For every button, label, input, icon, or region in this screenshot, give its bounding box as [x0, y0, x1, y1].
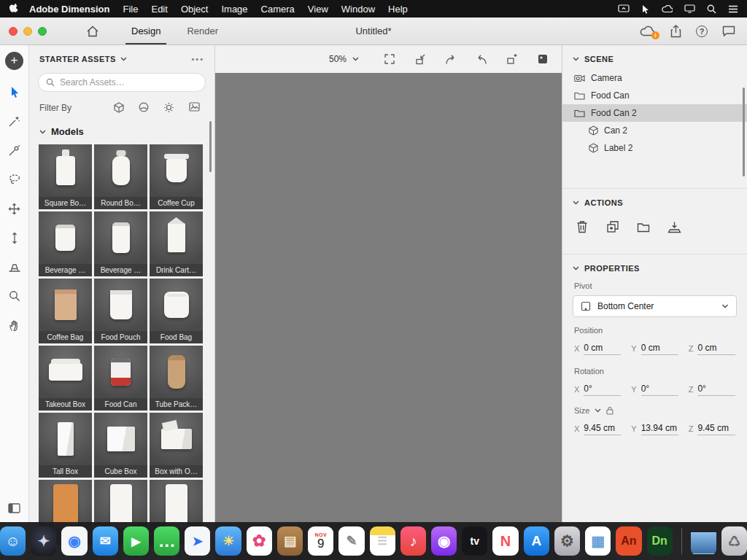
apple-menu-icon[interactable]: [9, 4, 18, 15]
menu-edit[interactable]: Edit: [144, 4, 174, 15]
menu-object[interactable]: Object: [174, 4, 215, 15]
model-tile[interactable]: Takeout Box: [39, 346, 92, 411]
scene-item-food-can[interactable]: Food Can: [562, 87, 747, 104]
cloud-sync-icon[interactable]: !: [640, 26, 656, 36]
close-window-button[interactable]: [9, 27, 18, 36]
model-tile[interactable]: Food Pouch: [94, 279, 147, 343]
help-icon[interactable]: ?: [696, 26, 708, 37]
share-forward-icon[interactable]: [441, 49, 461, 69]
menu-window[interactable]: Window: [335, 4, 382, 15]
menu-image[interactable]: Image: [214, 4, 254, 15]
home-icon[interactable]: [82, 21, 104, 42]
delete-icon[interactable]: [574, 219, 590, 235]
scene-item-food-can-2[interactable]: Food Can 2: [562, 104, 747, 122]
lock-icon[interactable]: [606, 406, 614, 415]
dock-icon-notes[interactable]: ☰: [370, 526, 395, 556]
pan-tool[interactable]: [3, 314, 26, 337]
model-tile[interactable]: Round Bo…: [94, 144, 147, 209]
filter-materials-icon[interactable]: [139, 102, 149, 113]
dock-icon-messages[interactable]: …: [154, 526, 179, 556]
assets-more-menu[interactable]: •••: [191, 55, 204, 63]
model-tile[interactable]: Coffee Bag: [39, 279, 92, 343]
model-tile[interactable]: Cube Box: [94, 413, 147, 478]
duplicate-icon[interactable]: [605, 219, 621, 235]
menu-view[interactable]: View: [301, 4, 335, 15]
dock-icon-apple-tv[interactable]: tv: [462, 526, 487, 556]
dock-icon-app-store[interactable]: A: [524, 526, 549, 556]
dock-icon-finder[interactable]: ☺: [0, 526, 26, 556]
chevron-down-icon[interactable]: [573, 266, 579, 271]
rotation-z-field[interactable]: [697, 382, 735, 396]
move-tool[interactable]: [3, 197, 26, 220]
dock-icon-journal[interactable]: ▤: [277, 526, 303, 556]
size-z-field[interactable]: [697, 421, 735, 435]
dock-icon-adobe-dimension[interactable]: Dn: [647, 526, 673, 556]
select-tool[interactable]: [3, 80, 26, 104]
render-preview-icon[interactable]: [533, 49, 553, 69]
dock-icon-launchpad[interactable]: ✦: [31, 526, 56, 556]
screen-share-icon[interactable]: [618, 4, 630, 13]
dock-icon-trash[interactable]: ♺: [721, 526, 747, 556]
comments-icon[interactable]: [722, 26, 735, 36]
zoom-tool[interactable]: [3, 284, 26, 308]
dock-icon-calendar[interactable]: NOV 9: [308, 526, 333, 556]
rotation-y-field[interactable]: [641, 382, 678, 396]
sampler-tool[interactable]: [3, 139, 26, 162]
menu-help[interactable]: Help: [382, 4, 414, 15]
filter-images-icon[interactable]: [189, 102, 200, 113]
lasso-tool[interactable]: [3, 168, 26, 191]
chevron-down-icon[interactable]: [573, 201, 579, 205]
control-center-icon[interactable]: [728, 5, 738, 13]
asset-search-box[interactable]: [38, 73, 206, 92]
assets-panel-title[interactable]: STARTER ASSETS: [39, 55, 116, 63]
creative-cloud-icon[interactable]: [662, 5, 673, 13]
pointer-icon[interactable]: [641, 4, 650, 14]
model-tile[interactable]: Beverage …: [39, 211, 92, 276]
assets-scrollbar[interactable]: [209, 121, 212, 172]
magic-wand-tool[interactable]: [3, 109, 26, 133]
dock-icon-mail[interactable]: ✉: [93, 526, 118, 556]
model-tile[interactable]: Drink Cart…: [150, 211, 203, 276]
filter-models-icon[interactable]: [114, 102, 124, 113]
display-icon[interactable]: [684, 4, 695, 13]
size-y-field[interactable]: [641, 421, 678, 435]
zoom-dropdown[interactable]: 50%: [323, 51, 365, 67]
dock-icon-maps[interactable]: ➤: [185, 526, 210, 556]
dock-icon-adobe-animate[interactable]: An: [616, 526, 641, 556]
model-tile[interactable]: Square Bo…: [39, 144, 92, 209]
model-tile[interactable]: Food Can: [94, 346, 147, 411]
spotlight-icon[interactable]: [707, 4, 716, 14]
viewport-canvas[interactable]: [215, 73, 562, 560]
tab-render[interactable]: Render: [174, 18, 231, 44]
frame-selection-icon[interactable]: [379, 49, 400, 69]
model-tile[interactable]: Beverage …: [94, 211, 147, 276]
dock-icon-textedit[interactable]: ✎: [338, 526, 364, 556]
pivot-dropdown[interactable]: Bottom Center: [573, 295, 737, 317]
dock-icon-music[interactable]: ♪: [400, 526, 426, 556]
orbit-tool[interactable]: [3, 255, 26, 279]
dock-icon-weather[interactable]: ☀: [215, 526, 241, 556]
position-x-field[interactable]: [584, 341, 621, 355]
dock-icon-settings[interactable]: ⚙: [554, 526, 580, 556]
elevate-tool[interactable]: [3, 226, 26, 249]
share-back-icon[interactable]: [471, 49, 492, 69]
model-tile[interactable]: Coffee Cup: [150, 144, 203, 209]
magic-environment-icon[interactable]: [502, 49, 522, 69]
chevron-down-icon[interactable]: [39, 130, 46, 134]
chevron-down-icon[interactable]: [595, 408, 601, 413]
panel-toggle-icon[interactable]: [8, 503, 20, 513]
dock-icon-safari[interactable]: ◉: [61, 526, 87, 556]
scene-item-can-2[interactable]: Can 2: [562, 122, 747, 139]
dock-icon-podcasts[interactable]: ◉: [431, 526, 457, 556]
dock-icon-photos[interactable]: ✿: [247, 526, 272, 556]
snap-to-ground-icon[interactable]: [410, 49, 430, 69]
minimize-window-button[interactable]: [23, 27, 32, 36]
group-icon[interactable]: [635, 219, 651, 235]
zoom-window-button[interactable]: [38, 27, 47, 36]
scene-item-camera[interactable]: Camera: [562, 69, 747, 87]
dock-icon-minimized-window[interactable]: [691, 526, 716, 556]
model-tile[interactable]: Tube Pack…: [150, 346, 203, 411]
tab-design[interactable]: Design: [118, 18, 174, 44]
scene-item-label-2[interactable]: Label 2: [562, 139, 747, 157]
position-z-field[interactable]: [697, 341, 735, 355]
